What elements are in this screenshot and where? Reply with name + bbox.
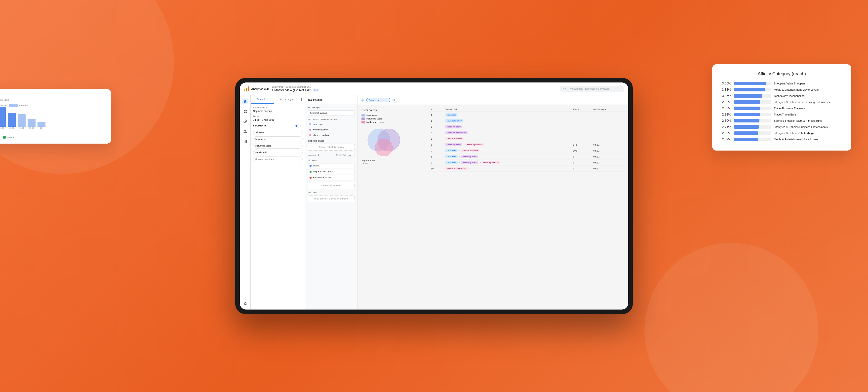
svg-rect-12 [246,140,247,143]
show-rows-select[interactable]: 10 [347,153,355,157]
nav-clock[interactable] [242,118,248,124]
rows-controls: Start row 1 Show rows 10 [308,153,355,157]
affinity-label-5: Travel/Business Travelers [774,107,843,110]
value-revenue: Revenue per User [308,175,355,180]
nav-grid[interactable] [242,108,248,114]
value-users: Users [308,163,355,168]
show-rows-group: Show rows 10 [336,153,355,157]
affinity-label-8: Lifestyles & Hobbies/Business Profession… [774,125,843,128]
chart-subtitle: 35.34% of Total users [0,99,105,101]
affinity-pct-10: 2.62% [720,138,731,141]
values-drop-zone[interactable]: Drop or select metric [308,182,355,189]
svg-rect-8 [245,112,247,113]
analytics-header: Analytics 360 Demoverse > Google Merchan… [240,83,628,95]
table-row: 9 New users + Returning users + Made a p… [429,160,626,166]
affinity-bar-bg-9 [734,131,771,135]
tab-variables[interactable]: Variables [251,95,274,103]
svg-rect-6 [245,110,247,111]
chip-purchase-6: Made a purchase [466,143,485,146]
chip-purchase-only: Made a purchase ONLY [445,167,469,170]
breakdowns-drop-zone[interactable]: Drop or select dimension [308,144,355,151]
affinity-label-4: Lifestyles & Hobbies/Green Living Enthus… [774,100,843,103]
nav-settings[interactable] [242,301,248,306]
segment-all-users[interactable]: All users [253,130,303,135]
bar-label-65plus: 65+ [40,127,43,129]
chip-returning-only: Returning users ONLY [445,131,468,134]
chip-returning-3: Returning users [445,125,462,128]
data-table-area: # Segment Set Users Avg. Session 1 [427,105,628,309]
chip-returning-6: Returning users [445,143,462,146]
content-toolbar: Segment overl... + [358,95,628,105]
legend-label-returning: Returning users [366,118,382,120]
affinity-bar-bg-5 [734,107,771,110]
tab-settings-title: Tab Settings [308,98,322,101]
affinity-row-1: 3.55% Shoppers/Value Shoppers [720,82,843,85]
chip-new-8: New users [445,155,458,158]
totals-text: Totals* [362,162,368,165]
content-body: Users overlap New users Returning users [358,105,628,309]
seg-dot-purchase [309,134,311,136]
legend-label-2: New users [19,104,28,107]
nav-person[interactable] [242,128,248,134]
venn-diagram [362,126,406,156]
segment-new-users[interactable]: New users [253,137,303,142]
table-row: 1 New users [429,112,626,118]
affinity-row-8: 2.71% Lifestyles & Hobbies/Business Prof… [720,125,843,129]
segments-label: SEGMENTS [253,124,267,127]
affinity-row-7: 2.80% Sports & Fitness/Health & Fitness … [720,119,843,122]
svg-rect-1 [246,88,247,91]
segment-bounced-sessions[interactable]: Bounced sessions [253,156,303,162]
chip-purchase-9: Made a purchase [482,161,500,164]
segment-overlap-chip[interactable]: Segment overl... [366,98,390,102]
tablet-device: Analytics 360 Demoverse > Google Merchan… [235,78,633,314]
affinity-pct-9: 2.62% [720,131,731,135]
tab-settings-menu-icon[interactable] [351,98,355,101]
affinity-bar-bg-8 [734,125,771,129]
search-icon [563,87,566,90]
segment-mobile-traffic[interactable]: Mobile traffic [253,150,303,155]
panel-menu-icon[interactable] [298,95,305,103]
segment-comparisons-label: SEGMENT COMPARISONS [308,118,355,120]
segment-returning-users[interactable]: Returning users [253,143,303,149]
main-content: Segment overl... + Users overlap [358,95,628,309]
affinity-pct-4: 2.86% [720,100,731,104]
legend-new-users: New users [362,114,423,117]
show-rows-label: Show rows [336,154,346,156]
totals-label: Totals* [362,162,423,165]
nav-chart[interactable] [242,138,248,144]
affinity-bar-fill-10 [734,138,758,141]
segment-menu-icon[interactable] [299,124,303,127]
affinity-row-9: 2.62% Lifestyles & Hobbies/Shutterbugs [720,131,843,135]
add-tab-button[interactable]: + [392,98,397,102]
svg-point-19 [353,98,353,99]
bar-group-2534: 25-34 [0,107,6,129]
values-list: Users Avg. Session Durati... Revenue per… [308,163,355,180]
seg-comp-returning: Returning users [308,127,355,132]
variables-panel: Variables Tab Settings Analysis Name: Se… [251,95,305,309]
col-duration: Avg. Session [591,107,626,112]
start-row-value: 1 [318,154,319,156]
search-bar[interactable]: Try searching "Top channels by users" [560,86,624,92]
affinity-label-1: Shoppers/Value Shoppers [774,82,843,85]
filters-drop-zone[interactable]: Drop or select dimension or metric [308,195,355,202]
affinity-bar-fill-5 [734,107,760,110]
bar-group-4554: 45-54 [18,114,26,129]
add-segment-button[interactable]: + [296,124,298,128]
affinity-bar-bg-6 [734,113,771,116]
grid-icon [243,109,247,113]
segment-set-text: Segment Set [362,159,375,162]
bar-group-65plus: 65+ [37,122,45,129]
affinity-bar-fill-3 [734,94,762,98]
nav-home[interactable] [242,98,248,104]
legend-color-purchase [362,121,365,123]
table-row: 10 Made a purchase ONLY 0 0m 0... [429,166,626,172]
col-segment: Segment Set [443,107,571,112]
panel-tabs: Variables Tab Settings [251,95,305,104]
legend-returning-users: Returning users [362,118,423,120]
technique-select[interactable]: Segment overlap [308,110,355,116]
footer-source: Source [3,136,14,139]
tab-settings[interactable]: Tab Settings [274,95,298,103]
chip-new-7: New users [445,149,458,152]
seg-comp-new-users: New users [308,122,355,126]
affinity-bar-bg-7 [734,119,771,122]
